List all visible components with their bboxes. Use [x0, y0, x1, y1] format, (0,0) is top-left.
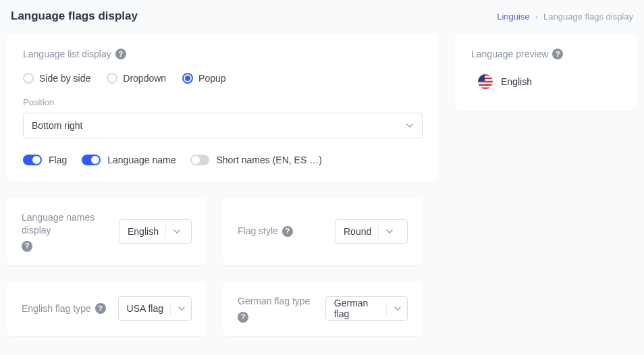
help-icon[interactable]: ?: [22, 241, 32, 252]
toggle-group-short-names: Short names (EN, ES …): [190, 155, 321, 165]
toggle-group-language-name: Language name: [82, 155, 176, 165]
chevron-down-icon: [394, 304, 402, 312]
radio-popup[interactable]: Popup: [182, 73, 225, 84]
section-label-text: Language list display: [23, 49, 111, 59]
english-flag-type-value: USA flag: [127, 303, 163, 314]
breadcrumb-current: Language flags display: [543, 11, 633, 22]
radio-side-by-side[interactable]: Side by side: [23, 73, 90, 84]
names-display-label: Language names display ?: [22, 211, 111, 252]
german-flag-type-select[interactable]: German flag: [325, 296, 408, 321]
chevron-down-icon: [173, 227, 181, 236]
chevron-down-icon: [385, 227, 394, 236]
preview-language-label: English: [501, 76, 532, 87]
help-icon[interactable]: ?: [552, 49, 563, 59]
breadcrumb: Linguise › Language flags display: [497, 11, 633, 22]
chevron-down-icon: [178, 304, 186, 312]
english-flag-type-select[interactable]: USA flag: [118, 296, 192, 321]
help-icon[interactable]: ?: [282, 226, 293, 237]
language-name-toggle-label: Language name: [107, 155, 176, 165]
radio-icon: [107, 73, 117, 84]
svg-rect-7: [478, 74, 485, 81]
names-display-value: English: [128, 226, 159, 237]
svg-rect-5: [478, 84, 493, 86]
english-flag-type-label: English flag type ?: [22, 302, 106, 315]
preview-body: English: [471, 74, 621, 89]
select-divider: [386, 302, 387, 315]
toggle-group-flag: Flag: [23, 155, 67, 165]
section-label-preview: Language preview ?: [471, 49, 563, 59]
section-label-list-display: Language list display ?: [23, 49, 126, 59]
language-names-display-card: Language names display ? English: [7, 198, 207, 265]
svg-rect-4: [478, 81, 493, 82]
short-names-toggle[interactable]: [190, 155, 209, 165]
short-names-toggle-label: Short names (EN, ES …): [216, 155, 321, 165]
help-icon[interactable]: ?: [238, 312, 248, 323]
svg-rect-6: [478, 88, 493, 89]
chevron-right-icon: ›: [535, 11, 538, 22]
german-flag-type-value: German flag: [334, 298, 379, 319]
select-divider: [170, 302, 171, 315]
flag-style-label: Flag style ?: [238, 225, 293, 238]
language-preview-card: Language preview ? Eng: [455, 34, 637, 111]
radio-icon: [182, 73, 193, 84]
usa-flag-icon: [478, 74, 493, 89]
flag-style-select[interactable]: Round: [335, 219, 408, 244]
radio-dropdown[interactable]: Dropdown: [107, 73, 166, 84]
radio-icon: [23, 73, 34, 84]
help-icon[interactable]: ?: [95, 303, 106, 314]
english-flag-type-card: English flag type ? USA flag: [7, 281, 207, 336]
position-label: Position: [23, 97, 423, 107]
chevron-down-icon: [406, 121, 414, 130]
german-flag-type-card: German flag type ? German flag: [223, 281, 423, 336]
display-toggles: Flag Language name Short names (EN, ES ……: [23, 155, 423, 165]
flag-style-value: Round: [344, 226, 371, 237]
german-flag-type-label: German flag type ?: [238, 295, 317, 323]
display-mode-radio-group: Side by side Dropdown Popup: [23, 73, 423, 84]
flag-style-card: Flag style ? Round: [223, 198, 423, 265]
position-select[interactable]: Bottom right: [23, 113, 423, 138]
breadcrumb-link-linguise[interactable]: Linguise: [497, 11, 529, 22]
radio-label: Dropdown: [123, 73, 166, 84]
position-value: Bottom right: [32, 120, 82, 131]
radio-label: Popup: [198, 73, 225, 84]
page-title: Language flags display: [11, 9, 138, 23]
radio-label: Side by side: [39, 73, 90, 84]
select-divider: [378, 225, 379, 238]
names-display-select[interactable]: English: [119, 219, 192, 244]
language-name-toggle[interactable]: [82, 155, 101, 165]
help-icon[interactable]: ?: [115, 49, 126, 59]
language-list-display-card: Language list display ? Side by side Dro…: [7, 34, 439, 182]
select-divider: [165, 225, 166, 238]
flag-toggle-label: Flag: [49, 155, 67, 165]
page-header: Language flags display Linguise › Langua…: [7, 7, 637, 34]
preview-label-text: Language preview: [471, 49, 548, 59]
flag-toggle[interactable]: [23, 155, 42, 165]
svg-rect-2: [478, 74, 493, 76]
